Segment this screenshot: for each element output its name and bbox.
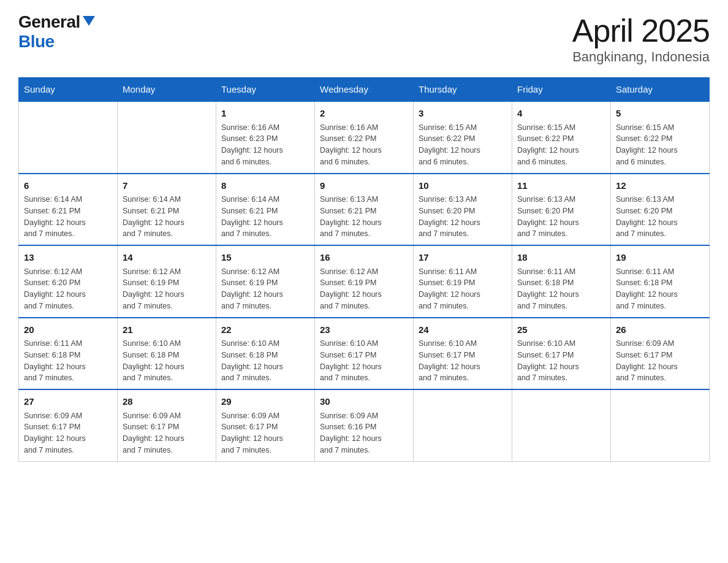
day-info: Sunrise: 6:10 AM Sunset: 6:18 PM Dayligh…	[221, 338, 309, 384]
calendar-table: SundayMondayTuesdayWednesdayThursdayFrid…	[18, 77, 710, 462]
day-info: Sunrise: 6:10 AM Sunset: 6:17 PM Dayligh…	[419, 338, 507, 384]
day-info: Sunrise: 6:12 AM Sunset: 6:19 PM Dayligh…	[221, 266, 309, 312]
day-info: Sunrise: 6:11 AM Sunset: 6:18 PM Dayligh…	[616, 266, 704, 312]
day-cell: 27Sunrise: 6:09 AM Sunset: 6:17 PM Dayli…	[19, 389, 118, 461]
day-number: 7	[123, 179, 211, 193]
day-cell: 10Sunrise: 6:13 AM Sunset: 6:20 PM Dayli…	[414, 174, 512, 246]
col-header-thursday: Thursday	[414, 78, 512, 102]
day-number: 5	[616, 107, 704, 121]
day-cell: 20Sunrise: 6:11 AM Sunset: 6:18 PM Dayli…	[19, 318, 118, 390]
day-info: Sunrise: 6:12 AM Sunset: 6:19 PM Dayligh…	[320, 266, 408, 312]
day-cell: 13Sunrise: 6:12 AM Sunset: 6:20 PM Dayli…	[19, 245, 118, 318]
day-number: 6	[24, 179, 112, 193]
day-number: 27	[24, 395, 112, 409]
day-number: 20	[24, 323, 112, 337]
day-info: Sunrise: 6:11 AM Sunset: 6:18 PM Dayligh…	[24, 338, 112, 384]
day-number: 12	[616, 179, 704, 193]
week-row-4: 20Sunrise: 6:11 AM Sunset: 6:18 PM Dayli…	[19, 318, 710, 390]
day-info: Sunrise: 6:13 AM Sunset: 6:20 PM Dayligh…	[616, 194, 704, 240]
day-info: Sunrise: 6:15 AM Sunset: 6:22 PM Dayligh…	[616, 122, 704, 168]
day-number: 19	[616, 251, 704, 265]
day-number: 14	[123, 251, 211, 265]
col-header-monday: Monday	[118, 78, 216, 102]
day-info: Sunrise: 6:15 AM Sunset: 6:22 PM Dayligh…	[517, 122, 605, 168]
day-number: 10	[419, 179, 507, 193]
day-info: Sunrise: 6:13 AM Sunset: 6:20 PM Dayligh…	[517, 194, 605, 240]
day-cell: 5Sunrise: 6:15 AM Sunset: 6:22 PM Daylig…	[611, 101, 710, 174]
day-info: Sunrise: 6:14 AM Sunset: 6:21 PM Dayligh…	[123, 194, 211, 240]
day-cell: 19Sunrise: 6:11 AM Sunset: 6:18 PM Dayli…	[611, 245, 710, 318]
day-cell: 1Sunrise: 6:16 AM Sunset: 6:23 PM Daylig…	[216, 101, 315, 174]
day-number: 25	[517, 323, 605, 337]
day-info: Sunrise: 6:11 AM Sunset: 6:18 PM Dayligh…	[517, 266, 605, 312]
col-header-friday: Friday	[512, 78, 611, 102]
day-number: 30	[320, 395, 408, 409]
logo-general-text: General	[18, 12, 80, 32]
col-header-sunday: Sunday	[19, 78, 118, 102]
week-row-1: 1Sunrise: 6:16 AM Sunset: 6:23 PM Daylig…	[19, 101, 710, 174]
day-cell: 3Sunrise: 6:15 AM Sunset: 6:22 PM Daylig…	[414, 101, 512, 174]
day-number: 24	[419, 323, 507, 337]
day-cell	[611, 389, 710, 461]
day-cell: 22Sunrise: 6:10 AM Sunset: 6:18 PM Dayli…	[216, 318, 315, 390]
day-info: Sunrise: 6:09 AM Sunset: 6:17 PM Dayligh…	[616, 338, 704, 384]
day-cell: 14Sunrise: 6:12 AM Sunset: 6:19 PM Dayli…	[118, 245, 216, 318]
day-cell: 16Sunrise: 6:12 AM Sunset: 6:19 PM Dayli…	[315, 245, 414, 318]
day-number: 21	[123, 323, 211, 337]
day-info: Sunrise: 6:10 AM Sunset: 6:17 PM Dayligh…	[320, 338, 408, 384]
logo-triangle-icon	[83, 16, 95, 26]
logo: General Blue	[18, 12, 95, 52]
header-row: SundayMondayTuesdayWednesdayThursdayFrid…	[19, 78, 710, 102]
day-number: 1	[221, 107, 309, 121]
day-number: 15	[221, 251, 309, 265]
day-cell	[512, 389, 611, 461]
day-cell: 24Sunrise: 6:10 AM Sunset: 6:17 PM Dayli…	[414, 318, 512, 390]
day-cell: 30Sunrise: 6:09 AM Sunset: 6:16 PM Dayli…	[315, 389, 414, 461]
day-cell: 26Sunrise: 6:09 AM Sunset: 6:17 PM Dayli…	[611, 318, 710, 390]
day-number: 23	[320, 323, 408, 337]
title-area: April 2025 Bangkinang, Indonesia	[572, 12, 710, 65]
day-number: 18	[517, 251, 605, 265]
day-number: 17	[419, 251, 507, 265]
day-info: Sunrise: 6:10 AM Sunset: 6:18 PM Dayligh…	[123, 338, 211, 384]
day-number: 22	[221, 323, 309, 337]
day-cell: 12Sunrise: 6:13 AM Sunset: 6:20 PM Dayli…	[611, 174, 710, 246]
day-number: 26	[616, 323, 704, 337]
day-info: Sunrise: 6:13 AM Sunset: 6:20 PM Dayligh…	[419, 194, 507, 240]
day-info: Sunrise: 6:13 AM Sunset: 6:21 PM Dayligh…	[320, 194, 408, 240]
day-cell: 15Sunrise: 6:12 AM Sunset: 6:19 PM Dayli…	[216, 245, 315, 318]
col-header-wednesday: Wednesday	[315, 78, 414, 102]
day-cell: 2Sunrise: 6:16 AM Sunset: 6:22 PM Daylig…	[315, 101, 414, 174]
day-number: 2	[320, 107, 408, 121]
day-info: Sunrise: 6:14 AM Sunset: 6:21 PM Dayligh…	[221, 194, 309, 240]
day-cell: 23Sunrise: 6:10 AM Sunset: 6:17 PM Dayli…	[315, 318, 414, 390]
week-row-3: 13Sunrise: 6:12 AM Sunset: 6:20 PM Dayli…	[19, 245, 710, 318]
day-number: 4	[517, 107, 605, 121]
day-number: 9	[320, 179, 408, 193]
week-row-2: 6Sunrise: 6:14 AM Sunset: 6:21 PM Daylig…	[19, 174, 710, 246]
day-cell: 6Sunrise: 6:14 AM Sunset: 6:21 PM Daylig…	[19, 174, 118, 246]
day-info: Sunrise: 6:12 AM Sunset: 6:20 PM Dayligh…	[24, 266, 112, 312]
day-info: Sunrise: 6:16 AM Sunset: 6:23 PM Dayligh…	[221, 122, 309, 168]
calendar-subtitle: Bangkinang, Indonesia	[572, 49, 710, 65]
day-number: 16	[320, 251, 408, 265]
day-cell: 9Sunrise: 6:13 AM Sunset: 6:21 PM Daylig…	[315, 174, 414, 246]
day-cell: 18Sunrise: 6:11 AM Sunset: 6:18 PM Dayli…	[512, 245, 611, 318]
logo-blue-text: Blue	[18, 32, 55, 51]
day-info: Sunrise: 6:14 AM Sunset: 6:21 PM Dayligh…	[24, 194, 112, 240]
day-info: Sunrise: 6:11 AM Sunset: 6:19 PM Dayligh…	[419, 266, 507, 312]
day-number: 8	[221, 179, 309, 193]
day-info: Sunrise: 6:09 AM Sunset: 6:17 PM Dayligh…	[221, 410, 309, 456]
day-number: 13	[24, 251, 112, 265]
day-cell: 29Sunrise: 6:09 AM Sunset: 6:17 PM Dayli…	[216, 389, 315, 461]
day-cell: 8Sunrise: 6:14 AM Sunset: 6:21 PM Daylig…	[216, 174, 315, 246]
day-info: Sunrise: 6:16 AM Sunset: 6:22 PM Dayligh…	[320, 122, 408, 168]
day-cell: 17Sunrise: 6:11 AM Sunset: 6:19 PM Dayli…	[414, 245, 512, 318]
day-cell: 21Sunrise: 6:10 AM Sunset: 6:18 PM Dayli…	[118, 318, 216, 390]
col-header-saturday: Saturday	[611, 78, 710, 102]
page-header: General Blue April 2025 Bangkinang, Indo…	[18, 12, 710, 65]
day-number: 11	[517, 179, 605, 193]
day-cell: 28Sunrise: 6:09 AM Sunset: 6:17 PM Dayli…	[118, 389, 216, 461]
day-cell	[19, 101, 118, 174]
day-info: Sunrise: 6:09 AM Sunset: 6:17 PM Dayligh…	[24, 410, 112, 456]
